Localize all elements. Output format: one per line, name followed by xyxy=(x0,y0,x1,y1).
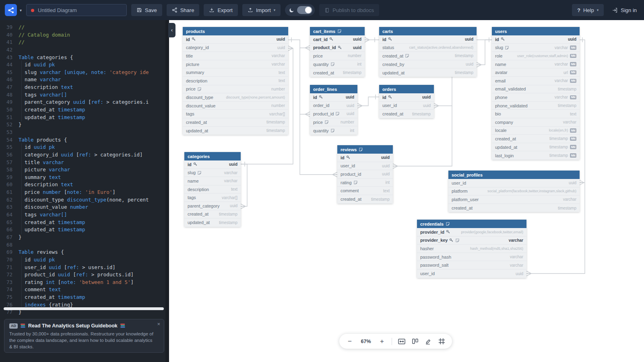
code-line[interactable]: 47 description text xyxy=(0,84,169,91)
table-row[interactable]: quantityint xyxy=(310,126,357,135)
code-line[interactable]: 66 updated_at timestamp xyxy=(0,226,169,234)
table-row[interactable]: order_iduuid xyxy=(310,102,357,110)
export-button[interactable]: Export xyxy=(204,4,238,16)
table-row[interactable]: discount_typediscount_type(none,percent,… xyxy=(183,93,288,102)
toggle-switch[interactable] xyxy=(297,6,312,14)
table-row[interactable]: created_attimestamp xyxy=(337,195,393,204)
table-row[interactable]: commenttext xyxy=(337,187,393,195)
table-header[interactable]: order_lines xyxy=(310,85,357,93)
code-line[interactable]: 62 discount_type discount_type(none, per… xyxy=(0,196,169,204)
table-row[interactable]: pricenumber xyxy=(183,85,288,94)
table-row[interactable]: user_iduuid xyxy=(448,179,580,187)
help-button[interactable]: ? Help ▾ xyxy=(572,4,604,16)
table-row[interactable]: iduuid xyxy=(310,93,357,102)
table-row[interactable]: biotext xyxy=(492,110,580,118)
code-line[interactable]: 55 id uuid pk xyxy=(0,144,169,151)
table-row[interactable]: created_attimestamp xyxy=(310,68,365,77)
table-row[interactable]: last_logintimestampNN xyxy=(492,151,580,160)
app-logo[interactable] xyxy=(5,4,17,16)
table-row[interactable]: emailvarcharNN xyxy=(492,77,580,85)
collapse-editor-button[interactable]: ‹ xyxy=(168,23,175,37)
code-line[interactable]: 67} xyxy=(0,234,169,241)
table-row[interactable]: provider_idprovider(google,facebook,twit… xyxy=(417,228,526,237)
table-row[interactable]: pricenumber xyxy=(310,118,357,127)
table-row[interactable]: updated_attimestamp xyxy=(183,127,288,135)
table-row[interactable]: password_hashvarchar xyxy=(417,253,526,261)
table-cart_items[interactable]: cart_itemscart_iduuidproduct_iduuidprice… xyxy=(310,27,365,77)
table-header[interactable]: carts xyxy=(379,27,477,35)
table-row[interactable]: slugvarchar xyxy=(184,169,241,177)
code-line[interactable]: 45 slug varchar [unique, note: 'category… xyxy=(0,69,169,76)
table-header[interactable]: orders xyxy=(379,85,434,93)
diagram-title-input[interactable]: Untitled Diagram xyxy=(26,4,127,16)
highlighter-button[interactable] xyxy=(425,337,432,345)
code-line[interactable]: 74 comment text xyxy=(0,286,169,294)
publish-dbdocs-button[interactable]: Publish to dbdocs xyxy=(319,4,379,16)
table-row[interactable]: namevarcharNN xyxy=(492,60,580,69)
table-row[interactable]: iduuid xyxy=(183,35,288,44)
table-row[interactable]: descriptiontext xyxy=(183,77,288,85)
table-row[interactable]: iduuid xyxy=(337,154,393,162)
table-header[interactable]: users xyxy=(492,27,580,35)
table-row[interactable]: localelocale(en,fr)NN xyxy=(492,127,580,135)
table-users[interactable]: usersiduuidslugvarcharNNroleuser_role(cu… xyxy=(492,27,580,160)
table-header[interactable]: cart_items xyxy=(310,27,365,35)
table-carts[interactable]: cartsiduuidstatuscart_status(active,orde… xyxy=(379,27,477,77)
table-products[interactable]: productsiduuidcategory_iduuidtitlevarcha… xyxy=(183,27,288,135)
zoom-in-button[interactable]: + xyxy=(378,337,386,346)
code-line[interactable]: 58 picture varchar xyxy=(0,166,169,174)
table-header[interactable]: social_profiles xyxy=(448,171,580,179)
editor-vertical-scrollbar[interactable] xyxy=(165,20,169,362)
table-row[interactable]: titlevarchar xyxy=(183,52,288,60)
code-line[interactable]: 65 created_at timestamp xyxy=(0,219,169,226)
code-line[interactable]: 64 tags varchar[] xyxy=(0,211,169,219)
code-line[interactable]: 61 price number [note: 'in Euro'] xyxy=(0,189,169,196)
table-row[interactable]: tagsvarchar[] xyxy=(183,110,288,118)
table-row[interactable]: picturevarchar xyxy=(183,60,288,69)
table-row[interactable]: namevarchar xyxy=(184,177,241,185)
code-line[interactable]: 60 description text xyxy=(0,181,169,189)
code-line[interactable]: 71 user_id uuid [ref: > users.id] xyxy=(0,264,169,272)
signin-button[interactable]: Sign in xyxy=(609,4,639,16)
table-row[interactable]: cart_iduuid xyxy=(310,35,365,44)
table-row[interactable]: slugvarcharNN xyxy=(492,44,580,52)
table-row[interactable]: quantityint xyxy=(310,60,365,69)
dark-mode-toggle[interactable] xyxy=(285,4,315,16)
code-line[interactable]: 59 summary text xyxy=(0,174,169,181)
frame-button[interactable] xyxy=(438,337,446,345)
table-row[interactable]: discount_valuenumber xyxy=(183,102,288,110)
close-icon[interactable]: × xyxy=(157,321,160,327)
share-button[interactable]: Share xyxy=(167,4,200,16)
table-header[interactable]: products xyxy=(183,27,288,35)
table-row[interactable]: provider_keyvarchar xyxy=(417,237,526,245)
code-line[interactable]: 53 xyxy=(0,129,169,136)
save-button[interactable]: Save xyxy=(131,4,162,16)
code-line[interactable]: 41// xyxy=(0,39,169,46)
code-line[interactable]: 70 id uuid pk xyxy=(0,256,169,264)
table-row[interactable]: iduuid xyxy=(379,35,477,44)
table-row[interactable]: updated_attimestampNN xyxy=(492,143,580,152)
code-line[interactable]: 68 xyxy=(0,241,169,249)
table-credentials[interactable]: credentialsprovider_idprovider(google,fa… xyxy=(417,220,526,278)
code-line[interactable]: 49 parent_category uuid [ref: > categori… xyxy=(0,99,169,106)
table-row[interactable]: platform_uservarchar xyxy=(448,195,580,204)
table-row[interactable]: phone_validatedtimestamp xyxy=(492,102,580,110)
table-row[interactable]: created_attimestamp xyxy=(183,118,288,127)
chevron-down-icon[interactable]: ▾ xyxy=(20,8,22,12)
import-button[interactable]: Import ▾ xyxy=(242,4,281,16)
table-row[interactable]: updated_attimestamp xyxy=(379,68,477,77)
code-line[interactable]: 69Table reviews { xyxy=(0,249,169,256)
table-row[interactable]: user_iduuid xyxy=(417,269,526,278)
table-header[interactable]: reviews xyxy=(337,145,393,154)
table-row[interactable]: pricenumber xyxy=(310,52,365,60)
table-row[interactable]: created_attimestampNN xyxy=(492,135,580,143)
table-row[interactable]: user_iduuid xyxy=(379,102,434,110)
fit-to-screen-button[interactable] xyxy=(398,337,406,346)
code-line[interactable]: 63 discount_value number xyxy=(0,204,169,211)
table-reviews[interactable]: reviewsiduuiduser_iduuidproduct_iduuidra… xyxy=(337,145,393,204)
code-line[interactable]: 51 updated_at timestamp xyxy=(0,114,169,121)
table-row[interactable]: product_iduuid xyxy=(310,110,357,118)
table-row[interactable]: created_attimestamp xyxy=(184,210,241,219)
code-line[interactable]: 42 xyxy=(0,46,169,54)
code-line[interactable]: 40// Catalog domain xyxy=(0,31,169,39)
